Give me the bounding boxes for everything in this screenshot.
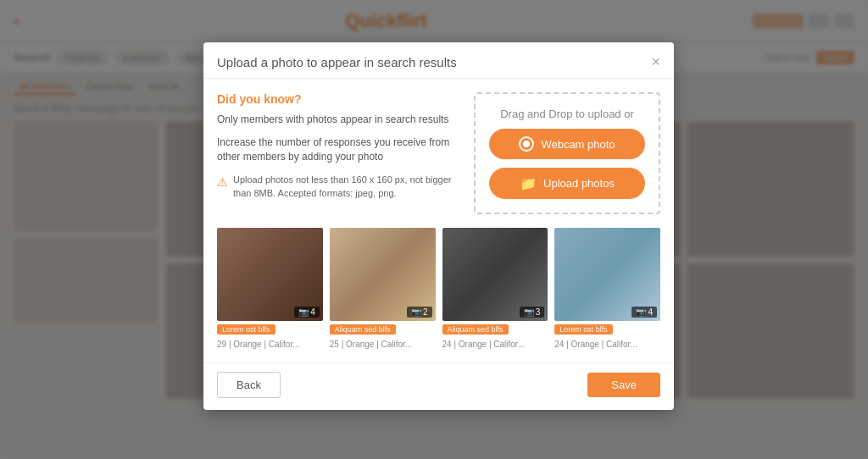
photo-item-2: 📷 2 Aliquam sed blfs 25 | Orange | Calif…: [330, 228, 436, 349]
upload-area: Drag and Drop to upload or Webcam photo …: [474, 92, 660, 214]
photo-thumb-4[interactable]: 📷 4: [554, 228, 660, 321]
did-you-know-heading: Did you know?: [217, 92, 460, 106]
modal-header: Upload a photo to appear in search resul…: [203, 42, 674, 79]
photo-thumb-1[interactable]: 📷 4: [217, 228, 323, 321]
modal-close-button[interactable]: ×: [651, 54, 660, 69]
camera-icon-2: 📷: [411, 307, 421, 317]
modal-body: Did you know? Only members with photos a…: [203, 79, 674, 228]
upload-photo-modal: Upload a photo to appear in search resul…: [203, 42, 674, 410]
photos-grid: 📷 4 Lorem ost blfs 29 | Orange | Califor…: [203, 228, 674, 362]
webcam-photo-button[interactable]: Webcam photo: [489, 129, 645, 159]
photo-thumb-3[interactable]: 📷 3: [442, 228, 548, 321]
photo-label-3: Aliquam sed blfs: [442, 324, 509, 335]
photo-label-2: Aliquam sed blfs: [330, 324, 396, 335]
modal-info-section: Did you know? Only members with photos a…: [217, 92, 460, 214]
photo-label-1: Lorem ost blfs: [217, 324, 275, 335]
photo-desc-1: 29 | Orange | Califor...: [217, 340, 323, 349]
photo-desc-2: 25 | Orange | Califor...: [330, 340, 436, 349]
camera-icon-3: 📷: [524, 307, 534, 317]
camera-icon-4: 📷: [636, 307, 646, 317]
warning-icon: ⚠: [217, 174, 228, 191]
info-text-2: Increase the number of responses you rec…: [217, 135, 460, 164]
photo-item-1: 📷 4 Lorem ost blfs 29 | Orange | Califor…: [217, 228, 323, 349]
drag-drop-text: Drag and Drop to upload or: [500, 108, 634, 120]
webcam-button-label: Webcam photo: [541, 138, 615, 151]
photo-count-4: 📷 4: [632, 307, 657, 318]
photo-item-4: 📷 4 Lorem ost blfs 24 | Orange | Califor…: [554, 228, 660, 349]
back-button[interactable]: Back: [217, 372, 281, 398]
photo-count-2: 📷 2: [407, 307, 432, 318]
camera-icon-1: 📷: [298, 307, 309, 317]
warning-text: Upload photos not less than 160 x 160 px…: [233, 174, 460, 200]
photo-count-1: 📷 4: [294, 307, 320, 318]
folder-icon: 📁: [520, 175, 537, 191]
photo-desc-4: 24 | Orange | Califor...: [554, 340, 660, 349]
photo-thumb-2[interactable]: 📷 2: [330, 228, 436, 321]
modal-title: Upload a photo to appear in search resul…: [217, 55, 457, 69]
photo-count-3: 📷 3: [520, 307, 545, 318]
upload-photos-button[interactable]: 📁 Upload photos: [489, 168, 645, 199]
photo-label-4: Lorem ost blfs: [554, 324, 613, 335]
warning-box: ⚠ Upload photos not less than 160 x 160 …: [217, 174, 460, 200]
save-button[interactable]: Save: [587, 373, 660, 397]
upload-button-label: Upload photos: [543, 177, 615, 190]
photo-item-3: 📷 3 Aliquam sed blfs 24 | Orange | Calif…: [442, 228, 548, 349]
info-text-1: Only members with photos appear in searc…: [217, 113, 460, 127]
webcam-icon: [519, 136, 534, 152]
webcam-inner-circle: [523, 141, 530, 147]
photo-desc-3: 24 | Orange | Califor...: [442, 340, 548, 349]
modal-footer: Back Save: [203, 362, 674, 410]
